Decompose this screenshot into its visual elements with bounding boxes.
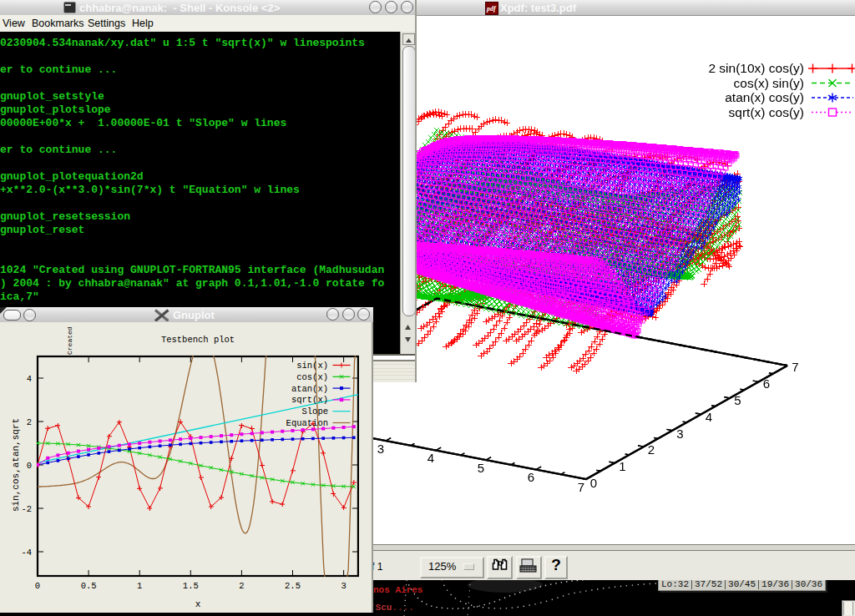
svg-text:cos(x): cos(x) (296, 372, 328, 382)
svg-text:Created using GNUPLOT: Created using GNUPLOT (66, 307, 73, 355)
svg-text:2: 2 (239, 581, 244, 591)
svg-text:-4: -4 (21, 548, 32, 558)
svg-text:1.5: 1.5 (183, 581, 199, 591)
svg-text:sin,cos,atan,sqrt: sin,cos,atan,sqrt (11, 418, 21, 512)
svg-text:2.5: 2.5 (285, 581, 301, 591)
svg-text:0: 0 (27, 461, 32, 471)
svg-text:Slope: Slope (301, 406, 328, 417)
svg-text:0: 0 (35, 581, 40, 591)
svg-text:2: 2 (27, 417, 32, 427)
svg-text:Testbench plot: Testbench plot (161, 335, 235, 345)
svg-text:sin(x): sin(x) (296, 361, 328, 371)
svg-text:4: 4 (27, 374, 32, 384)
svg-text:x: x (195, 599, 201, 609)
svg-text:atan(x): atan(x) (291, 384, 328, 394)
svg-text:3: 3 (341, 581, 346, 591)
svg-text:1: 1 (137, 581, 142, 591)
svg-text:-2: -2 (21, 504, 32, 514)
svg-text:sqrt(x): sqrt(x) (291, 395, 328, 405)
svg-text:Equation: Equation (286, 418, 328, 428)
svg-text:0.5: 0.5 (81, 581, 97, 591)
